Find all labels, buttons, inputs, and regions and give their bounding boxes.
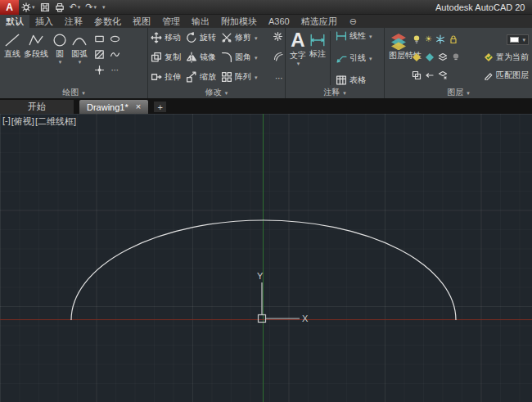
chevron-down-icon: ▾: [467, 90, 470, 96]
undo-button[interactable]: ↶ ▾: [67, 0, 83, 14]
set-current-icon: [484, 52, 494, 62]
bulb-off-icon: [451, 52, 461, 62]
match-layer-icon: [484, 70, 494, 80]
arc-icon: [71, 32, 88, 48]
polyline-button[interactable]: 多段线: [22, 29, 50, 87]
array-button[interactable]: 阵列 ▾: [219, 71, 260, 83]
draw-panel-title[interactable]: 绘图 ▾: [0, 87, 147, 98]
offset-icon: [273, 51, 283, 61]
table-button[interactable]: 表格: [333, 75, 375, 86]
mirror-button[interactable]: 镜像: [183, 52, 219, 63]
layer-unisolate-button[interactable]: [425, 52, 435, 62]
workspace-switch-button[interactable]: ▾: [19, 0, 38, 14]
layer-select-dropdown[interactable]: ▾: [507, 34, 529, 45]
layer-isolate-button[interactable]: [412, 52, 422, 62]
viewport-menu-control[interactable]: [-]: [2, 115, 11, 128]
explode-button[interactable]: [271, 30, 285, 45]
panel-annotation: A 文字 ▾ 标注 线性 ▾: [286, 28, 385, 98]
chevron-down-icon: ▾: [369, 34, 372, 39]
redo-icon: ↷: [85, 2, 92, 12]
redo-button[interactable]: ↷ ▾: [83, 0, 99, 14]
plot-button[interactable]: [52, 0, 67, 14]
leader-button[interactable]: 引线 ▾: [333, 52, 375, 64]
layer-color-swatch: [510, 37, 519, 43]
stretch-button[interactable]: 拉伸: [148, 71, 183, 83]
tab-home[interactable]: 默认: [0, 15, 29, 28]
tab-parametric[interactable]: 参数化: [88, 15, 127, 28]
tab-view[interactable]: 视图: [127, 15, 156, 28]
modify-more-button[interactable]: ⋯: [273, 70, 285, 84]
tab-start[interactable]: 开始: [0, 100, 74, 114]
save-button[interactable]: [38, 0, 52, 14]
rectangle-button[interactable]: [92, 32, 106, 46]
rotate-button[interactable]: 旋转: [183, 32, 219, 43]
app-logo-button[interactable]: A: [0, 0, 19, 15]
layer-freeze-all-button[interactable]: [438, 52, 448, 62]
line-button[interactable]: 直线: [2, 29, 22, 87]
copy-button[interactable]: 复制: [148, 52, 183, 63]
layers-panel-title[interactable]: 图层 ▾: [385, 87, 532, 98]
close-icon[interactable]: ×: [136, 102, 141, 111]
tab-a360[interactable]: A360: [263, 15, 295, 28]
chevron-down-icon: ▾: [255, 35, 258, 41]
layer-state-button[interactable]: [438, 70, 448, 80]
text-icon: A: [291, 30, 304, 50]
layer-properties-button[interactable]: 图层特性: [387, 29, 410, 87]
new-drawing-button[interactable]: +: [154, 102, 166, 112]
match-layer-button[interactable]: 匹配图层: [484, 70, 529, 81]
ribbon-collapse-button[interactable]: ⊖: [349, 15, 357, 28]
layer-properties-icon: [390, 32, 408, 50]
fillet-icon: [221, 52, 232, 63]
view-control[interactable]: [俯视]: [11, 115, 34, 128]
layer-lock-button[interactable]: [449, 34, 458, 44]
modify-panel-title[interactable]: 修改 ▾: [148, 87, 285, 98]
layer-off-all-button[interactable]: [451, 52, 461, 62]
qat-customize-button[interactable]: ▾: [99, 0, 108, 14]
ellipse-button[interactable]: [108, 32, 122, 46]
snowflake-icon: [435, 34, 445, 44]
move-icon: [151, 32, 162, 43]
annotation-panel-title[interactable]: 注释 ▾: [286, 87, 384, 98]
layer-freeze-button[interactable]: [435, 34, 445, 44]
circle-button[interactable]: 圆 ▾: [50, 29, 70, 87]
hatch-icon: [94, 49, 105, 60]
lightbulb-icon: [412, 34, 422, 44]
tab-addins[interactable]: 附加模块: [215, 15, 263, 28]
dimension-button[interactable]: 标注: [308, 29, 327, 87]
layer-thaw-button[interactable]: ☀: [425, 35, 432, 43]
draw-more-button[interactable]: ⋯: [108, 63, 122, 77]
tab-output[interactable]: 输出: [186, 15, 215, 28]
chevron-down-icon: ▾: [82, 90, 85, 96]
hatch-button[interactable]: [92, 47, 106, 61]
visual-style-control[interactable]: [二维线框]: [35, 115, 76, 128]
scale-button[interactable]: 缩放: [183, 71, 219, 83]
drawing-canvas[interactable]: [-] [俯视] [二维线框] X Y: [0, 114, 532, 402]
panel-layers: 图层特性 ☀: [385, 28, 532, 98]
tab-drawing1[interactable]: Drawing1* ×: [79, 100, 148, 114]
layer-prev-button[interactable]: [425, 70, 435, 80]
boundary-button[interactable]: [108, 47, 122, 61]
table-icon: [336, 75, 347, 86]
linear-dimension-button[interactable]: 线性 ▾: [333, 30, 375, 42]
explode-icon: [273, 31, 283, 42]
chevron-down-icon: ▾: [78, 4, 81, 10]
collapse-icon: ⊖: [349, 16, 357, 27]
quick-access-toolbar: ▾ ↶ ▾ ↷ ▾: [19, 0, 108, 14]
tab-manage[interactable]: 管理: [156, 15, 186, 28]
layer-walk-button[interactable]: [412, 70, 422, 80]
point-button[interactable]: [92, 63, 106, 77]
text-button[interactable]: A 文字 ▾: [288, 29, 308, 87]
trim-button[interactable]: 修剪 ▾: [219, 32, 260, 43]
layer-off-button[interactable]: [412, 34, 422, 44]
tab-featured-apps[interactable]: 精选应用: [295, 15, 343, 28]
ucs-icon[interactable]: X Y: [257, 271, 309, 323]
chevron-down-icon: ▾: [59, 59, 62, 65]
move-button[interactable]: 移动: [148, 32, 183, 43]
tab-insert[interactable]: 插入: [29, 15, 59, 28]
set-current-button[interactable]: 置为当前: [484, 52, 529, 63]
arc-button[interactable]: 圆弧 ▾: [70, 29, 89, 87]
tab-annotate[interactable]: 注释: [59, 15, 88, 28]
fillet-button[interactable]: 圆角 ▾: [219, 52, 260, 63]
offset-button[interactable]: [271, 50, 285, 65]
panel-draw: 直线 多段线 圆 ▾ 圆弧 ▾: [0, 28, 148, 98]
